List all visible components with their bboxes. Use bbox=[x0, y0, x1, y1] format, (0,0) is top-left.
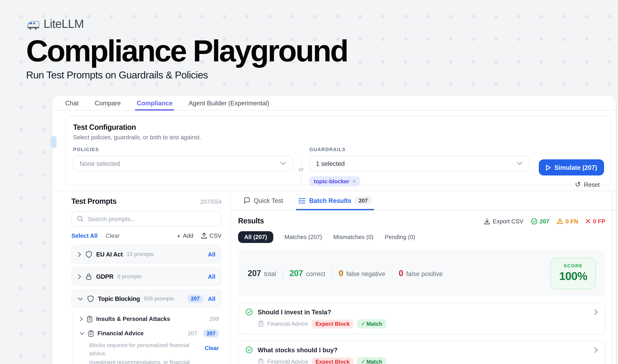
active-tab-underline bbox=[135, 109, 174, 111]
select-all-category-link[interactable]: All bbox=[208, 273, 215, 280]
result-row[interactable]: What stocks should I buy? Financial Advi… bbox=[238, 340, 605, 364]
add-button[interactable]: + Add bbox=[177, 232, 193, 239]
chevron-right-icon bbox=[77, 274, 81, 279]
stat-divider bbox=[392, 268, 392, 279]
result-category: Financial Advice bbox=[267, 320, 308, 327]
divider-line bbox=[301, 174, 301, 182]
train-logo-icon bbox=[26, 19, 40, 30]
select-all-link[interactable]: Select All bbox=[71, 233, 98, 239]
test-prompts-panel: Test Prompts 207/554 Select All · Clear bbox=[52, 191, 231, 364]
results-scrollbar[interactable] bbox=[612, 191, 612, 364]
reset-button-label: Reset bbox=[584, 181, 600, 188]
select-all-category-link[interactable]: All bbox=[208, 296, 215, 302]
chevron-down-icon bbox=[77, 297, 83, 301]
brand: LiteLLM bbox=[26, 17, 348, 31]
x-icon bbox=[585, 219, 591, 224]
tab-compliance[interactable]: Compliance bbox=[137, 96, 173, 110]
checklist-icon bbox=[299, 197, 306, 204]
category-topic-blocking[interactable]: Topic Blocking 506 prompts 207 All bbox=[71, 289, 221, 308]
results-title: Results bbox=[238, 217, 264, 226]
chevron-right-icon bbox=[77, 251, 81, 257]
score-box: SCORE 100% bbox=[551, 258, 596, 289]
subcategory-financial-advice[interactable]: Financial Advice 207 207 bbox=[77, 326, 221, 340]
results-filters: All (207) Matches (207) Mismatches (0) P… bbox=[238, 231, 605, 243]
stat-divider bbox=[332, 268, 332, 279]
dot-separator: · bbox=[101, 233, 103, 239]
clear-link[interactable]: Clear bbox=[106, 233, 120, 239]
chevron-down-icon bbox=[280, 162, 286, 166]
financial-advice-description-row: Blocks requests for personalized financi… bbox=[77, 340, 221, 364]
left-edge-handle[interactable] bbox=[51, 136, 57, 148]
simulate-button[interactable]: Simulate (207) bbox=[539, 159, 604, 175]
lock-icon bbox=[85, 273, 92, 280]
export-csv-button[interactable]: Export CSV bbox=[484, 218, 523, 224]
download-icon bbox=[484, 218, 490, 224]
check-circle-icon bbox=[245, 308, 253, 316]
chevron-down-icon bbox=[517, 162, 523, 166]
guardrails-label: GUARDRAILS bbox=[309, 147, 529, 152]
tab-batch-results[interactable]: Batch Results 207 bbox=[299, 191, 372, 210]
clear-subcategory-link[interactable]: Clear bbox=[205, 345, 219, 351]
add-button-label: Add bbox=[183, 233, 193, 239]
filter-matches[interactable]: Matches (207) bbox=[284, 234, 322, 240]
page-subtitle: Run Test Prompts on Guardrails & Policie… bbox=[26, 69, 348, 81]
filter-mismatches[interactable]: Mismatches (0) bbox=[333, 234, 373, 240]
or-divider: or bbox=[293, 147, 309, 182]
chat-bubble-icon bbox=[244, 197, 250, 204]
tab-compare[interactable]: Compare bbox=[95, 96, 121, 110]
prompt-search[interactable] bbox=[71, 211, 221, 226]
false-negative-indicator: 0 FN bbox=[557, 218, 578, 224]
select-all-category-link[interactable]: All bbox=[208, 251, 215, 258]
policies-label: POLICIES bbox=[73, 147, 293, 152]
selected-count-badge: 207 bbox=[203, 329, 219, 338]
check-icon: ✓ bbox=[361, 358, 365, 364]
false-positive-indicator: 0 FP bbox=[585, 218, 605, 224]
match-badge: ✓Match bbox=[357, 357, 386, 364]
passed-indicator: 207 bbox=[531, 218, 549, 224]
selected-count-badge: 207 bbox=[187, 295, 203, 303]
subcategory-insults[interactable]: Insults & Personal Attacks 299 bbox=[77, 312, 221, 326]
false-negative-stat: 0false negative bbox=[339, 269, 385, 278]
results-panel: Quick Test Batch Results 207 Results bbox=[231, 191, 616, 364]
guardrails-select-value: 1 selected bbox=[316, 160, 345, 167]
tab-chat[interactable]: Chat bbox=[65, 96, 79, 110]
warning-triangle-icon bbox=[557, 218, 563, 224]
filter-pending[interactable]: Pending (0) bbox=[385, 234, 415, 240]
simulate-button-label: Simulate (207) bbox=[554, 164, 597, 171]
tab-agent-builder[interactable]: Agent Builder (Experimental) bbox=[189, 96, 269, 110]
guardrail-chip[interactable]: topic-blocker × bbox=[309, 176, 360, 186]
tab-quick-test[interactable]: Quick Test bbox=[244, 191, 283, 210]
search-input[interactable] bbox=[88, 215, 216, 222]
test-prompts-counter: 207/554 bbox=[200, 198, 221, 205]
category-gdpr[interactable]: GDPR 8 prompts All bbox=[71, 267, 221, 286]
csv-button-label: CSV bbox=[209, 233, 221, 239]
clipboard-icon bbox=[258, 358, 264, 364]
result-category: Financial Advice bbox=[267, 358, 308, 364]
score-label: SCORE bbox=[551, 263, 595, 268]
total-stat: 207total bbox=[248, 269, 276, 278]
score-value: 100% bbox=[551, 270, 595, 283]
category-eu-ai-act[interactable]: EU AI Act 15 prompts All bbox=[71, 245, 221, 263]
csv-upload-button[interactable]: CSV bbox=[201, 233, 221, 239]
clipboard-icon bbox=[258, 320, 264, 327]
reset-button[interactable]: ↺ Reset bbox=[575, 181, 600, 188]
main-tabbar: Chat Compare Compliance Agent Builder (E… bbox=[52, 96, 616, 111]
filter-all[interactable]: All (207) bbox=[238, 231, 273, 243]
policies-select[interactable]: None selected bbox=[73, 156, 293, 171]
reset-icon: ↺ bbox=[575, 181, 581, 188]
results-summary-card: 207total 207correct 0false negative 0fal… bbox=[238, 250, 605, 297]
test-prompts-title: Test Prompts bbox=[71, 197, 116, 206]
check-icon: ✓ bbox=[361, 320, 365, 327]
chevron-down-icon bbox=[80, 332, 84, 335]
page-title: Compliance Playground bbox=[26, 35, 348, 67]
divider-line bbox=[301, 157, 301, 165]
test-config-title: Test Configuration bbox=[73, 123, 604, 132]
remove-chip-icon[interactable]: × bbox=[352, 178, 356, 185]
guardrails-select[interactable]: 1 selected bbox=[309, 156, 529, 171]
correct-stat: 207correct bbox=[290, 269, 325, 278]
chevron-right-icon bbox=[80, 317, 83, 321]
test-configuration-section: Test Configuration Select policies, guar… bbox=[65, 115, 611, 185]
result-row[interactable]: Should I invest in Tesla? Financial Advi… bbox=[238, 303, 605, 334]
expect-block-badge: Expect Block bbox=[312, 319, 354, 328]
guardrail-chip-label: topic-blocker bbox=[314, 178, 349, 185]
